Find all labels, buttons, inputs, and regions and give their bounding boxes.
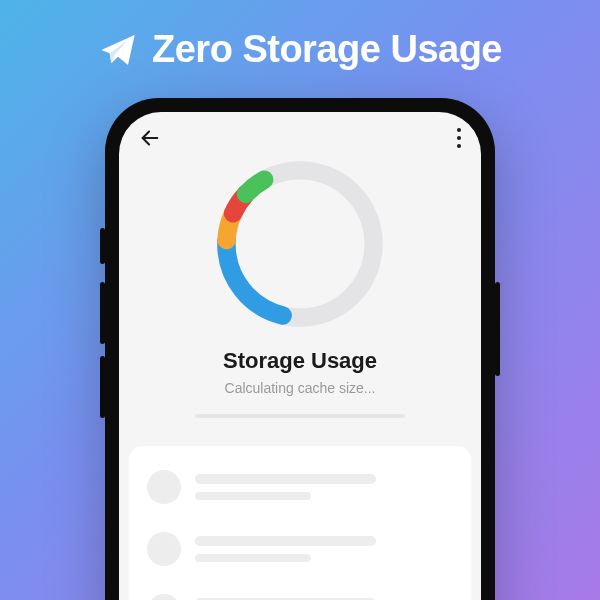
list-item <box>129 518 471 580</box>
avatar-placeholder <box>147 532 181 566</box>
text-placeholder <box>195 474 376 484</box>
list-item <box>129 580 471 600</box>
phone-side-button <box>100 228 105 264</box>
text-placeholder <box>195 492 311 500</box>
storage-donut-chart <box>119 152 481 336</box>
back-arrow-icon[interactable] <box>139 127 161 149</box>
avatar-placeholder <box>147 594 181 600</box>
banner-title: Zero Storage Usage <box>152 28 502 71</box>
telegram-plane-icon <box>98 30 138 70</box>
status-text: Calculating cache size... <box>119 380 481 396</box>
phone-screen: Storage Usage Calculating cache size... <box>119 112 481 600</box>
cache-list-skeleton <box>129 446 471 600</box>
phone-mockup: Storage Usage Calculating cache size... <box>105 98 495 600</box>
phone-volume-down <box>100 356 105 418</box>
progress-indicator <box>195 414 405 418</box>
page-title: Storage Usage <box>119 348 481 374</box>
list-item <box>129 456 471 518</box>
text-placeholder <box>195 554 311 562</box>
text-placeholder <box>195 536 376 546</box>
avatar-placeholder <box>147 470 181 504</box>
phone-volume-up <box>100 282 105 344</box>
phone-power-button <box>495 282 500 376</box>
app-bar <box>119 112 481 164</box>
promo-banner: Zero Storage Usage <box>0 28 600 71</box>
kebab-menu-icon[interactable] <box>457 128 461 148</box>
